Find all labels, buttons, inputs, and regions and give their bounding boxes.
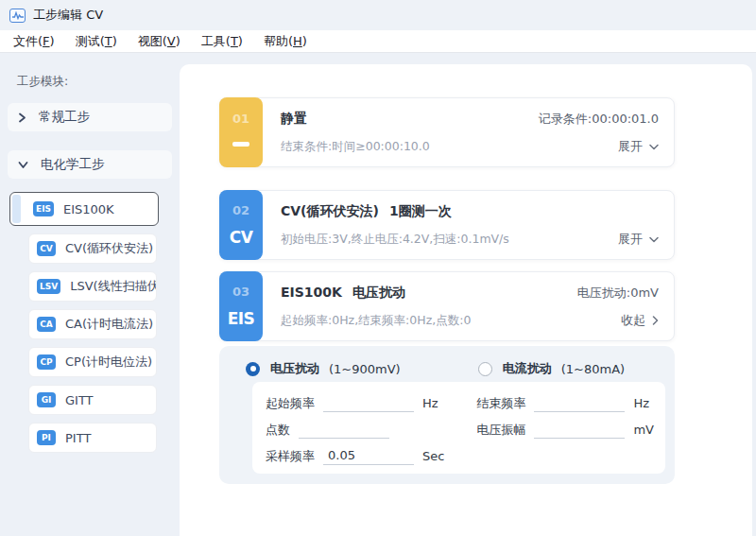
voltage-range: (1~900mV) <box>329 362 401 376</box>
step-card-rest: 01 静置 记录条件:00:00:01.0 结束条件:时间≥00:00:10.0… <box>219 97 675 167</box>
cv-badge-icon: CV <box>37 241 56 256</box>
menu-file[interactable]: 文件(F) <box>3 31 65 52</box>
menu-help[interactable]: 帮助(H) <box>253 31 318 52</box>
lsv-badge-icon: LSV <box>37 279 60 294</box>
sidebar-item-label: LSV(线性扫描伏安法) <box>70 278 157 295</box>
eis-fields-card: 起始频率 Hz 结束频率 Hz 点数 电压振幅 mV <box>252 382 665 474</box>
sidebar: 工步模块: 常规工步 电化学工步 EIS EIS100K CV CV(循环伏安法… <box>0 53 180 536</box>
collapse-toggle[interactable]: 收起 <box>621 312 659 329</box>
current-range: (1~80mA) <box>561 362 625 376</box>
eis-settings-panel: 电压扰动 (1~900mV) 电流扰动 (1~80mA) 起始频率 Hz 结束频… <box>219 346 675 484</box>
chevron-right-icon <box>18 112 26 123</box>
step-list: 01 静置 记录条件:00:00:01.0 结束条件:时间≥00:00:10.0… <box>219 97 675 484</box>
cp-badge-icon: CP <box>37 354 56 370</box>
step-badge-01: 01 <box>219 97 263 167</box>
record-condition: 记录条件:00:00:01.0 <box>539 111 659 128</box>
step-card-cv: 02 CV CV(循环伏安法)1圈测一次 初始电压:3V,终止电压:4.2V,扫… <box>219 190 675 260</box>
chevron-right-icon <box>652 316 659 325</box>
sidebar-item-label: CA(计时电流法) <box>65 316 153 333</box>
chevron-down-icon <box>649 236 659 243</box>
radio-unselected-icon <box>478 362 492 376</box>
voltage-amplitude-input[interactable] <box>534 421 625 439</box>
expand-toggle[interactable]: 展开 <box>618 231 659 248</box>
group-regular-steps[interactable]: 常规工步 <box>8 103 172 131</box>
points-field: 点数 <box>266 421 444 439</box>
expand-toggle[interactable]: 展开 <box>618 138 659 155</box>
step-badge-03: 03 EIS <box>219 271 263 341</box>
sidebar-item-cp[interactable]: CP CP(计时电位法) <box>28 347 157 377</box>
perturbation-mode-group: 电压扰动 (1~900mV) 电流扰动 (1~80mA) <box>219 346 675 377</box>
eis-badge-icon: EIS <box>33 201 54 216</box>
menu-bar: 文件(F) 测试(T) 视图(V) 工具(T) 帮助(H) <box>0 30 756 53</box>
sidebar-item-ca[interactable]: CA CA(计时电流法) <box>28 309 157 339</box>
sidebar-item-gitt[interactable]: GI GITT <box>28 385 157 415</box>
group-electrochem-steps[interactable]: 电化学工步 <box>8 150 172 179</box>
chevron-down-icon <box>18 161 28 169</box>
sidebar-item-lsv[interactable]: LSV LSV(线性扫描伏安法) <box>28 271 157 302</box>
sidebar-item-pitt[interactable]: PI PITT <box>28 423 157 453</box>
sidebar-item-label: GITT <box>65 393 94 407</box>
gi-badge-icon: GI <box>37 392 56 407</box>
eis-parameters-summary: 起始频率:0Hz,结束频率:0Hz,点数:0 <box>281 313 471 329</box>
perturbation-value: 电压扰动:0mV <box>577 285 659 302</box>
menu-test[interactable]: 测试(T) <box>65 31 128 52</box>
chevron-down-icon <box>649 144 659 150</box>
sampling-frequency-input[interactable] <box>323 447 414 465</box>
waveform-app-icon <box>9 9 26 23</box>
sampling-frequency-field: 采样频率 Sec <box>266 447 444 465</box>
step-abbr: EIS <box>228 309 255 328</box>
start-frequency-input[interactable] <box>323 394 414 412</box>
step-number: 03 <box>232 285 249 299</box>
sidebar-item-eis100k[interactable]: EIS EIS100K <box>9 192 159 226</box>
step-title: CV(循环伏安法)1圈测一次 <box>281 203 452 220</box>
step-title: 静置 <box>281 111 307 128</box>
step-number: 01 <box>232 112 249 126</box>
sidebar-item-cv[interactable]: CV CV(循环伏安法) <box>28 233 157 264</box>
group-label: 常规工步 <box>39 109 90 126</box>
step-badge-02: 02 CV <box>219 190 263 260</box>
points-input[interactable] <box>299 421 389 439</box>
sidebar-item-label: EIS100K <box>63 202 114 216</box>
ca-badge-icon: CA <box>37 317 56 332</box>
main-panel: 01 静置 记录条件:00:00:01.0 结束条件:时间≥00:00:10.0… <box>180 64 752 536</box>
radio-selected-icon <box>246 362 260 376</box>
menu-view[interactable]: 视图(V) <box>128 31 191 52</box>
sidebar-item-label: PITT <box>65 431 91 445</box>
step-card-eis: 03 EIS EIS100K电压扰动 电压扰动:0mV 起始频率:0Hz,结束频… <box>219 271 675 341</box>
sidebar-item-list: EIS EIS100K CV CV(循环伏安法) LSV LSV(线性扫描伏安法… <box>0 192 180 453</box>
start-frequency-field: 起始频率 Hz <box>266 394 444 412</box>
end-condition: 结束条件:时间≥00:00:10.0 <box>281 139 430 155</box>
cv-parameters-summary: 初始电压:3V,终止电压:4.2V,扫速:0.1mV/s <box>281 232 509 248</box>
pi-badge-icon: PI <box>37 430 56 445</box>
group-label: 电化学工步 <box>41 156 105 173</box>
step-abbr: CV <box>230 228 253 247</box>
sidebar-item-label: CV(循环伏安法) <box>65 240 153 257</box>
voltage-perturbation-radio[interactable]: 电压扰动 (1~900mV) <box>246 360 401 377</box>
menu-tools[interactable]: 工具(T) <box>191 31 253 52</box>
current-perturbation-radio[interactable]: 电流扰动 (1~80mA) <box>478 360 625 377</box>
end-frequency-field: 结束频率 Hz <box>476 394 654 412</box>
step-number: 02 <box>232 203 249 217</box>
step-title: EIS100K电压扰动 <box>281 285 405 302</box>
step-modules-label: 工步模块: <box>0 53 180 90</box>
minus-icon <box>232 142 249 147</box>
voltage-amplitude-field: 电压振幅 mV <box>476 421 654 439</box>
sidebar-item-label: CP(计时电位法) <box>65 354 152 371</box>
end-frequency-input[interactable] <box>534 394 625 412</box>
window-title: 工步编辑 CV <box>33 7 103 24</box>
title-bar: 工步编辑 CV <box>0 0 756 30</box>
